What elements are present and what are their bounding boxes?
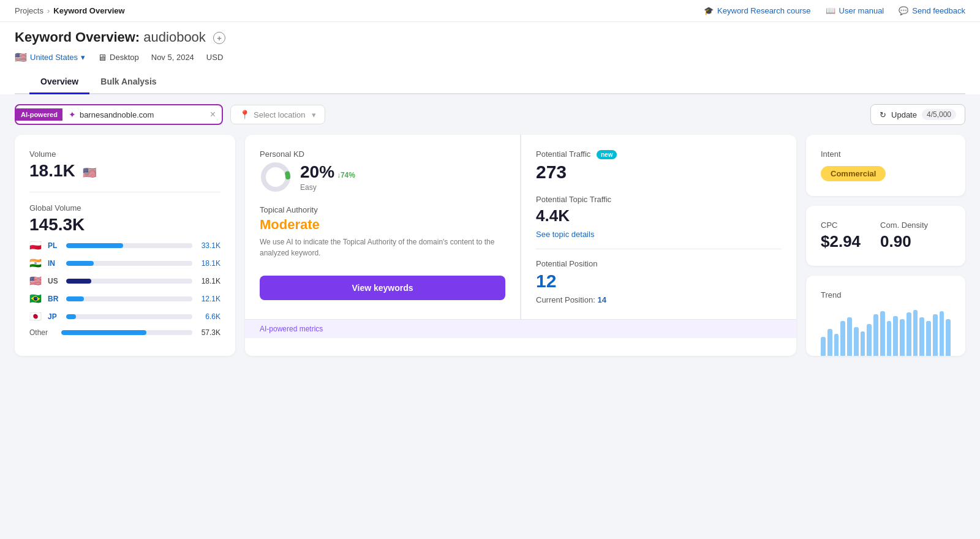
cards-area: Volume 18.1K 🇺🇸 Global Volume 145.3K 🇵🇱 … bbox=[0, 135, 980, 371]
cpc-label: CPC bbox=[821, 221, 861, 230]
trend-card: Trend bbox=[806, 276, 965, 356]
bar-track-in bbox=[66, 261, 192, 266]
intent-badge: Commercial bbox=[821, 166, 886, 181]
code-br[interactable]: BR bbox=[48, 295, 61, 303]
potential-topic-traffic-label: Potential Topic Traffic bbox=[536, 195, 782, 204]
top-actions: 🎓 Keyword Research course 📖 User manual … bbox=[704, 6, 965, 15]
pkd-row: 20% ↓74% Easy bbox=[260, 161, 505, 193]
country-row-br: 🇧🇷 BR 12.1K bbox=[29, 293, 221, 304]
us-flag: 🇺🇸 bbox=[15, 51, 27, 63]
country-row-jp: 🇯🇵 JP 6.6K bbox=[29, 311, 221, 322]
trend-bar bbox=[873, 314, 878, 356]
trend-bar bbox=[933, 314, 938, 356]
flag-in: 🇮🇳 bbox=[29, 257, 43, 269]
course-icon: 🎓 bbox=[704, 6, 714, 15]
tab-bulk-analysis[interactable]: Bulk Analysis bbox=[89, 69, 167, 94]
add-keyword-icon[interactable]: + bbox=[213, 32, 225, 44]
trend-bar bbox=[827, 329, 832, 356]
user-manual-link[interactable]: 📖 User manual bbox=[826, 6, 884, 15]
bar-fill-pl bbox=[66, 243, 123, 248]
code-in[interactable]: IN bbox=[48, 259, 61, 268]
keyword-course-link[interactable]: 🎓 Keyword Research course bbox=[704, 6, 810, 15]
value-jp[interactable]: 6.6K bbox=[197, 312, 221, 321]
trend-bar bbox=[946, 319, 951, 356]
country-row-us: 🇺🇸 US 18.1K bbox=[29, 275, 221, 287]
code-pl[interactable]: PL bbox=[48, 241, 61, 250]
ai-search-input[interactable]: ✦ barnesandnoble.com × bbox=[62, 105, 222, 124]
keyword-name: audiobook bbox=[143, 29, 206, 45]
other-label: Other bbox=[29, 328, 56, 337]
meta-row: 🇺🇸 United States ▾ 🖥 Desktop Nov 5, 2024… bbox=[15, 51, 965, 69]
country-chevron-icon: ▾ bbox=[81, 53, 85, 62]
intent-label: Intent bbox=[821, 149, 951, 159]
location-selector[interactable]: 📍 Select location ▾ bbox=[230, 105, 325, 124]
country-row-other: Other 57.3K bbox=[29, 328, 221, 337]
divider-1 bbox=[29, 192, 221, 192]
page-title: Keyword Overview: audiobook + bbox=[15, 29, 965, 45]
cpc-density-card: CPC $2.94 Com. Density 0.90 bbox=[806, 206, 965, 266]
value-us: 18.1K bbox=[197, 277, 221, 285]
trend-bar bbox=[919, 317, 924, 356]
flag-pl: 🇵🇱 bbox=[29, 239, 43, 251]
device-selector[interactable]: 🖥 Desktop bbox=[97, 52, 139, 62]
ai-search-wrap: AI-powered ✦ barnesandnoble.com × bbox=[15, 104, 223, 125]
trend-bar bbox=[913, 310, 918, 356]
trend-bar bbox=[940, 311, 944, 356]
pkd-difficulty: Easy bbox=[300, 183, 355, 192]
us-flag-volume: 🇺🇸 bbox=[83, 167, 96, 179]
pkd-label: Personal KD bbox=[260, 149, 505, 159]
breadcrumb-parent[interactable]: Projects bbox=[15, 6, 43, 15]
global-volume-label: Global Volume bbox=[29, 203, 221, 213]
trend-bar bbox=[861, 331, 865, 356]
svg-point-0 bbox=[263, 165, 288, 189]
trend-bar bbox=[893, 316, 898, 356]
code-jp[interactable]: JP bbox=[48, 312, 61, 321]
tab-overview[interactable]: Overview bbox=[29, 69, 89, 94]
volume-card: Volume 18.1K 🇺🇸 Global Volume 145.3K 🇵🇱 … bbox=[15, 135, 235, 356]
potential-position-label: Potential Position bbox=[536, 259, 782, 268]
breadcrumb-current: Keyword Overview bbox=[53, 6, 124, 15]
flag-jp: 🇯🇵 bbox=[29, 311, 43, 322]
topical-authority-section: Topical Authority Moderate We use AI to … bbox=[260, 205, 505, 258]
middle-card: Personal KD 20% ↓74% Easy bbox=[245, 135, 796, 356]
ta-value: Moderate bbox=[260, 217, 505, 233]
ai-powered-badge: AI-powered bbox=[16, 108, 62, 121]
bar-fill-in bbox=[66, 261, 94, 266]
ai-footer: AI-powered metrics bbox=[245, 319, 796, 338]
see-topic-details-link[interactable]: See topic details bbox=[536, 230, 594, 239]
clear-search-icon[interactable]: × bbox=[210, 109, 216, 120]
trend-bar bbox=[907, 312, 911, 356]
date-display: Nov 5, 2024 bbox=[151, 53, 194, 62]
density-value: 0.90 bbox=[880, 232, 928, 251]
trend-bar bbox=[867, 324, 872, 356]
send-feedback-link[interactable]: 💬 Send feedback bbox=[899, 6, 965, 15]
search-value[interactable]: barnesandnoble.com bbox=[80, 110, 206, 119]
location-chevron-icon: ▾ bbox=[312, 110, 316, 119]
middle-right: Potential Traffic new 273 Potential Topi… bbox=[521, 135, 796, 319]
feedback-icon: 💬 bbox=[899, 6, 908, 15]
trend-bar bbox=[834, 334, 839, 356]
trend-bar bbox=[926, 321, 931, 356]
cpc-value: $2.94 bbox=[821, 232, 861, 251]
search-bar-row: AI-powered ✦ barnesandnoble.com × 📍 Sele… bbox=[0, 94, 980, 135]
potential-traffic-label: Potential Traffic new bbox=[536, 149, 782, 159]
value-br[interactable]: 12.1K bbox=[197, 295, 221, 303]
refresh-icon: ↻ bbox=[880, 110, 886, 119]
view-keywords-button[interactable]: View keywords bbox=[260, 276, 505, 300]
breadcrumb-sep: › bbox=[47, 6, 50, 15]
pkd-value-wrap: 20% ↓74% Easy bbox=[300, 162, 355, 192]
value-in[interactable]: 18.1K bbox=[197, 259, 221, 268]
breadcrumb: Projects › Keyword Overview bbox=[15, 6, 125, 15]
main-header: Keyword Overview: audiobook + 🇺🇸 United … bbox=[0, 22, 980, 94]
flag-us: 🇺🇸 bbox=[29, 275, 43, 287]
pkd-donut bbox=[260, 161, 292, 193]
trend-label: Trend bbox=[821, 290, 951, 300]
cpc-block: CPC $2.94 bbox=[821, 221, 861, 251]
pkd-value: 20% bbox=[300, 162, 334, 181]
code-us: US bbox=[48, 277, 61, 285]
country-selector[interactable]: 🇺🇸 United States ▾ bbox=[15, 51, 85, 63]
update-button[interactable]: ↻ Update 4/5,000 bbox=[870, 104, 965, 125]
value-pl[interactable]: 33.1K bbox=[197, 241, 221, 250]
country-list: 🇵🇱 PL 33.1K 🇮🇳 IN 18.1K 🇺🇸 US bbox=[29, 239, 221, 337]
bar-track-jp bbox=[66, 314, 192, 319]
